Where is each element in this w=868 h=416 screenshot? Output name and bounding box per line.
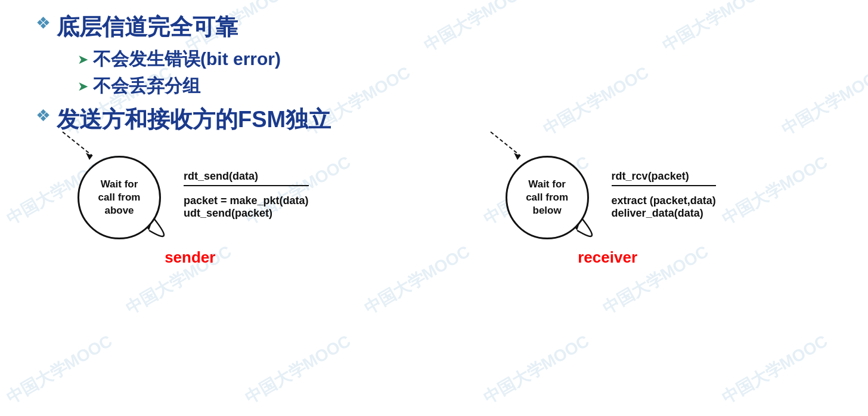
main-bullet-1: ❖ 底层信道完全可靠 [36, 12, 832, 42]
svg-marker-4 [514, 153, 520, 160]
sub-bullets-1: ➤ 不会发生错误(bit error) ➤ 不会丢弃分组 [78, 47, 832, 98]
receiver-circle-area: Wait for call from below [500, 147, 595, 242]
main-content: ❖ 底层信道完全可靠 ➤ 不会发生错误(bit error) ➤ 不会丢弃分组 … [0, 0, 868, 279]
sub-bullet-1-1: ➤ 不会发生错误(bit error) [78, 47, 832, 72]
watermark: 中国大学MOOC [2, 330, 116, 409]
watermark: 中国大学MOOC [718, 330, 832, 409]
receiver-fsm: Wait for call from below rdt_rcv(packet)… [500, 147, 716, 267]
receiver-actions-bottom: extract (packet,data) deliver_data(data) [612, 195, 716, 220]
sender-actions-bottom: packet = make_pkt(data) udt_send(packet) [184, 195, 309, 220]
sub-bullet-1-2: ➤ 不会丢弃分组 [78, 74, 832, 98]
main-text-1: 底层信道完全可靠 [57, 12, 238, 42]
diamond-icon-1: ❖ [36, 13, 51, 33]
bullet-section-1: ❖ 底层信道完全可靠 ➤ 不会发生错误(bit error) ➤ 不会丢弃分组 [36, 12, 832, 98]
svg-marker-1 [86, 153, 92, 160]
receiver-label: receiver [578, 248, 637, 267]
bullet-section-2: ❖ 发送方和接收方的FSM独立 [36, 104, 832, 135]
sender-action-top: rdt_send(data) [184, 170, 309, 186]
sender-state-label: Wait for call from above [98, 178, 141, 217]
diagram-area: Wait for call from above rdt_send(data) … [36, 147, 832, 267]
sub-text-1-2: 不会丢弃分组 [93, 74, 200, 98]
receiver-action-bottom-2: deliver_data(data) [612, 207, 716, 220]
main-bullet-2: ❖ 发送方和接收方的FSM独立 [36, 104, 832, 135]
arrow-icon-1-2: ➤ [78, 79, 88, 94]
sender-circle: Wait for call from above [78, 156, 161, 239]
svg-line-3 [491, 132, 520, 156]
receiver-state-label: Wait for call from below [526, 178, 568, 217]
watermark: 中国大学MOOC [479, 330, 593, 409]
sender-action-bottom-2: udt_send(packet) [184, 207, 309, 220]
sender-action-bottom-1: packet = make_pkt(data) [184, 195, 309, 207]
receiver-action-bottom-1: extract (packet,data) [612, 195, 716, 207]
receiver-action-top-text: rdt_rcv(packet) [612, 170, 716, 186]
sender-circle-area: Wait for call from above [72, 147, 167, 242]
sub-text-1-1: 不会发生错误(bit error) [93, 47, 281, 72]
sender-action-block: rdt_send(data) packet = make_pkt(data) u… [178, 170, 309, 220]
watermark: 中国大学MOOC [241, 330, 355, 409]
main-text-2: 发送方和接收方的FSM独立 [57, 104, 331, 135]
sender-action-top-text: rdt_send(data) [184, 170, 309, 186]
sender-fsm: Wait for call from above rdt_send(data) … [72, 147, 309, 267]
receiver-circle: Wait for call from below [506, 156, 589, 239]
receiver-action-top: rdt_rcv(packet) [612, 170, 716, 186]
svg-line-0 [63, 132, 92, 156]
receiver-action-block: rdt_rcv(packet) extract (packet,data) de… [606, 170, 716, 220]
diamond-icon-2: ❖ [36, 106, 51, 125]
receiver-fsm-inner: Wait for call from below rdt_rcv(packet)… [500, 147, 716, 242]
arrow-icon-1-1: ➤ [78, 52, 88, 67]
sender-fsm-inner: Wait for call from above rdt_send(data) … [72, 147, 309, 242]
sender-label: sender [165, 248, 215, 267]
